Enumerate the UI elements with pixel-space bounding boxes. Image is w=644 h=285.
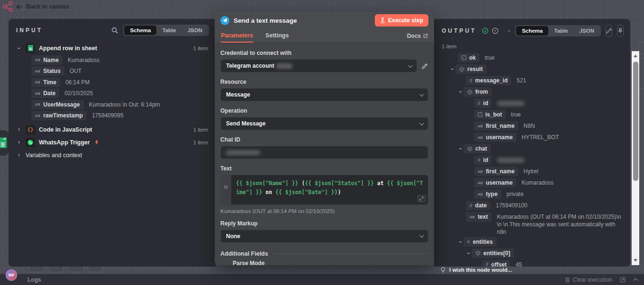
output-tree-row[interactable]: ABtextKumaradoss (OUT at 06:14 PM on 02/… (466, 211, 623, 236)
chevron-right-icon[interactable]: › (16, 151, 22, 158)
output-tree-row[interactable]: #date1759409100 (466, 200, 623, 211)
chevron-down-icon[interactable]: › (449, 66, 456, 72)
field-key-pill[interactable]: ABName (31, 55, 63, 65)
output-tree-row[interactable]: #message_id521 (466, 75, 623, 86)
chat-id-input[interactable] (220, 146, 428, 159)
field-key-pill[interactable]: ABStatus (31, 66, 64, 76)
input-mode-table[interactable]: Table (156, 26, 181, 35)
schema-field-row[interactable]: ABDate02/10/2025 (31, 88, 208, 99)
back-to-canvas[interactable]: Back to canvas (0, 0, 69, 13)
field-key-pill[interactable]: result (455, 64, 487, 74)
expression-code[interactable]: {{ $json["Name"] }} ({{ $json["Status"] … (231, 175, 428, 205)
field-key-pill[interactable]: ✓is_bot (474, 110, 506, 119)
output-tree-row[interactable]: ABfirst_nameN8N (474, 120, 623, 132)
field-key-pill[interactable]: ✓ok (458, 53, 480, 62)
scroll-down-icon[interactable] (634, 259, 637, 262)
field-key-pill[interactable]: ABrawTimestamp (31, 111, 87, 120)
avatar[interactable]: WF (6, 269, 17, 281)
output-tree-row[interactable]: ›result (450, 63, 623, 75)
field-key-pill[interactable]: from (463, 87, 492, 97)
node-feedback-bar[interactable]: I wish this node would... (434, 266, 630, 274)
back-arrow-icon (16, 4, 22, 9)
field-key-pill[interactable]: ≡entities (463, 237, 497, 247)
page-scrollbar[interactable] (632, 51, 639, 265)
input-mode-schema[interactable]: Schema (124, 26, 156, 35)
search-icon[interactable] (508, 27, 510, 35)
field-key-pill[interactable]: ABfirst_name (474, 167, 518, 176)
output-tree-row[interactable]: #id (474, 98, 623, 109)
expand-editor-button[interactable] (417, 195, 426, 202)
text-expression-editor[interactable]: fx {{ $json["Name"] }} ({{ $json["Status… (220, 175, 428, 205)
field-key-pill[interactable]: ABusername (474, 178, 517, 187)
output-tree-row[interactable]: #id (474, 154, 623, 166)
output-tree-row[interactable]: ABusernameHYTREL_BOT (474, 132, 623, 143)
field-value: true (485, 54, 495, 61)
operation-select[interactable]: Send Message (220, 117, 428, 130)
input-node-append-row[interactable]: › Append row in sheet 1 item (16, 42, 208, 54)
schema-field-row[interactable]: ABrawTimestamp1759409095 (31, 110, 208, 122)
docs-link[interactable]: Docs (407, 33, 428, 43)
edit-credential-icon[interactable] (422, 62, 428, 69)
collapse-panel-icon[interactable] (633, 278, 638, 281)
output-tree-row[interactable]: ABtypeprivate (474, 188, 623, 200)
chevron-down-icon[interactable]: › (16, 45, 22, 51)
field-key-pill[interactable]: #offset (482, 260, 510, 267)
operation-label: Operation (220, 107, 428, 114)
clear-execution-button[interactable]: Clear execution (565, 276, 612, 283)
output-tree-row[interactable]: ✓oktrue (458, 52, 623, 63)
chevron-right-icon[interactable]: › (16, 126, 22, 133)
schema-field-row[interactable]: ABUserMessageKumaradoss \n Out: 6:14pm (31, 99, 208, 110)
field-key-pill[interactable]: #id (474, 155, 492, 165)
field-key-pill[interactable]: ABtype (474, 189, 501, 199)
input-node-whatsapp[interactable]: › WhatsApp Trigger 1 item (16, 136, 208, 149)
tab-parameters[interactable]: Parameters (221, 32, 253, 43)
chevron-right-icon[interactable]: › (16, 139, 22, 145)
field-key-pill[interactable]: #date (466, 201, 490, 210)
output-tree-row[interactable]: ✓is_bottrue (474, 109, 623, 120)
scrollbar-thumb[interactable] (633, 62, 638, 181)
chevron-down-icon[interactable]: › (457, 89, 464, 95)
output-tree-row[interactable]: ›from (458, 86, 623, 98)
output-mode-schema[interactable]: Schema (516, 26, 548, 36)
schema-field-row[interactable]: ABStatusOUT (31, 66, 208, 77)
field-key-pill[interactable]: ABfirst_name (474, 121, 518, 131)
scroll-up-icon[interactable] (634, 54, 637, 57)
output-mode-json[interactable]: JSON (574, 26, 600, 36)
logs-bar[interactable]: Logs Clear execution (0, 274, 644, 285)
schema-field-row[interactable]: ABNameKumaradoss (31, 54, 208, 66)
field-key-pill[interactable]: #id (474, 98, 492, 108)
open-logs-icon[interactable] (620, 277, 626, 283)
input-node-variables[interactable]: › Variables and context (16, 149, 208, 161)
input-mode-json[interactable]: JSON (182, 26, 208, 35)
output-tree-row[interactable]: ABusernameKumaradoss (474, 177, 623, 188)
field-key-pill[interactable]: #message_id (466, 76, 511, 85)
field-key-pill[interactable]: ABDate (31, 89, 59, 98)
output-tree-row[interactable]: ABfirst_nameHytrel (474, 166, 623, 177)
execute-step-button[interactable]: Execute step (375, 14, 428, 27)
object-type-icon (467, 146, 472, 151)
schema-field-row[interactable]: ABTime06:14 PM (31, 77, 208, 88)
field-key-pill[interactable]: ABtext (466, 212, 491, 222)
chevron-down-icon[interactable]: › (465, 250, 472, 256)
credential-select[interactable]: Telegram account (220, 59, 417, 72)
output-tree-row[interactable]: #offset45 (482, 259, 623, 267)
tab-settings[interactable]: Settings (265, 32, 289, 43)
field-key-pill[interactable]: ABUserMessage (31, 100, 84, 109)
chevron-down-icon[interactable]: › (457, 239, 464, 245)
search-icon[interactable] (111, 27, 118, 34)
chevron-down-icon[interactable]: › (457, 146, 464, 151)
output-tree-row[interactable]: ›chat (458, 143, 623, 154)
edit-output-button[interactable] (606, 25, 612, 37)
input-node-code[interactable]: › {} Code in JavaScript 1 item (16, 123, 208, 136)
field-key-pill[interactable]: entities[0] (472, 249, 514, 258)
field-key-pill[interactable]: ABusername (474, 133, 517, 142)
resource-select[interactable]: Message (220, 88, 428, 101)
output-mode-table[interactable]: Table (548, 26, 573, 36)
output-tree-row[interactable]: ›entities[0] (466, 248, 623, 259)
field-key-pill[interactable]: ABTime (31, 78, 60, 87)
output-panel: OUTPUT Schema Table JSON 1 item ✓oktrue›… (434, 19, 630, 267)
field-key-pill[interactable]: chat (463, 144, 491, 153)
output-tree-row[interactable]: ›≡entities (458, 236, 623, 248)
pin-data-button[interactable] (617, 25, 624, 37)
reply-markup-select[interactable]: None (220, 230, 428, 243)
